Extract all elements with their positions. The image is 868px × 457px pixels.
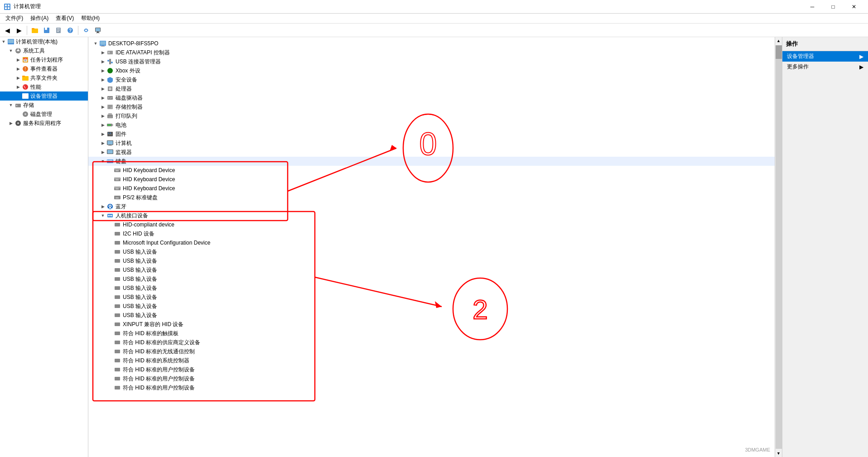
device-syscontroller[interactable]: 符合 HID 标准的系统控制器 [88,356,775,365]
device-xbox[interactable]: ▶ Xbox 外设 [88,66,775,75]
device-usb-input-7[interactable]: USB 输入设备 [88,302,775,311]
device-wireless[interactable]: 符合 HID 标准的无线通信控制 [88,347,775,356]
device-ms-input[interactable]: Microsoft Input Configuration Device [88,238,775,247]
usb-input-5-icon [114,284,121,292]
left-tree-sharedfolders[interactable]: ▶ 共享文件夹 [0,73,88,82]
toolbar-btn7[interactable] [81,25,92,36]
usb-input-6-icon [114,293,121,301]
device-hid-compliant[interactable]: HID-compliant device [88,220,775,229]
device-usercontrol-2[interactable]: 符合 HID 标准的用户控制设备 [88,374,775,383]
toolbar-back[interactable]: ◀ [2,25,13,36]
device-usb-input-2[interactable]: USB 输入设备 [88,256,775,265]
toolbar-btn6[interactable]: ? [65,25,76,36]
svg-rect-93 [119,178,120,179]
device-security[interactable]: ▶ 安全设备 [88,75,775,84]
syscontroller-icon [114,357,121,364]
minimize-button[interactable]: ─ [802,0,823,14]
hid-icon [106,212,114,219]
usb-input-3-label: USB 输入设备 [123,266,157,274]
svg-point-30 [23,84,28,90]
device-vendor[interactable]: 符合 HID 标准的供应商定义设备 [88,338,775,347]
menu-view[interactable]: 查看(V) [52,14,77,23]
device-keyboard[interactable]: ▼ 键盘 [88,157,775,166]
device-xinput[interactable]: XINPUT 兼容的 HID 设备 [88,320,775,329]
device-monitor[interactable]: ▶ 监视器 [88,148,775,157]
computer-icon [106,140,114,147]
right-action-more[interactable]: 更多操作 ▶ [782,62,868,72]
storage-icon [14,101,22,109]
close-button[interactable]: ✕ [844,0,864,14]
right-action-devicemanager[interactable]: 设备管理器 ▶ [782,51,868,62]
toolbar-btn4[interactable] [41,25,52,36]
left-tree-devicemanager[interactable]: 设备管理器 [0,91,88,101]
menu-action[interactable]: 操作(A) [27,14,52,23]
device-ps2-kbd[interactable]: PS/2 标准键盘 [88,193,775,202]
menu-help[interactable]: 帮助(H) [77,14,103,23]
scroll-down-btn[interactable]: ▼ [775,450,782,457]
device-storagecontroller[interactable]: ▶ 存储控制器 [88,102,775,111]
device-printqueue[interactable]: ▶ 打印队列 [88,111,775,120]
scrollbar-thumb[interactable] [776,45,782,59]
toolbar-btn5[interactable] [53,25,64,36]
svg-rect-70 [107,141,113,144]
device-bluetooth[interactable]: ▶ 蓝牙 [88,202,775,211]
device-root[interactable]: ▼ DESKTOP-8IFS5PO [88,39,775,48]
device-usb-input-8[interactable]: USB 输入设备 [88,311,775,320]
monitor-label: 监视器 [116,149,132,156]
left-tree-root[interactable]: ▼ 计算机管理(本地) [0,37,88,46]
device-usb-input-3[interactable]: USB 输入设备 [88,265,775,274]
toolbar-btn3[interactable] [29,25,40,36]
svg-rect-65 [107,132,113,136]
device-ide[interactable]: ▶ IDE ATA/ATAPI 控制器 [88,48,775,57]
scroll-up-btn[interactable]: ▲ [775,37,782,44]
device-usercontrol-3[interactable]: 符合 HID 标准的用户控制设备 [88,383,775,392]
svg-rect-119 [115,322,120,326]
expand-hid: ▼ [99,212,106,219]
svg-rect-17 [97,32,99,33]
left-tree-taskscheduler[interactable]: ▶ 📅 任务计划程序 [0,55,88,64]
device-hid-kbd-3[interactable]: HID Keyboard Device [88,184,775,193]
maximize-button[interactable]: □ [823,0,844,14]
device-firmware[interactable]: ▶ 固件 [88,130,775,139]
right-action-more-label: 更多操作 [787,63,809,71]
performance-label: 性能 [30,83,41,91]
left-tree-storage[interactable]: ▼ 存储 [0,101,88,110]
device-hid-kbd-2[interactable]: HID Keyboard Device [88,175,775,184]
expand-cpu: ▶ [99,85,106,92]
device-usb-input-6[interactable]: USB 输入设备 [88,293,775,302]
expand-device-root: ▼ [92,40,99,47]
toolbar-forward[interactable]: ▶ [14,25,24,36]
wireless-icon [114,348,121,355]
device-diskdrives[interactable]: ▶ 磁盘驱动器 [88,93,775,102]
svg-rect-2 [8,5,10,6]
scrollbar-track[interactable] [776,45,782,449]
left-tree-services[interactable]: ▶ 服务和应用程序 [0,119,88,128]
usb-icon [106,58,114,65]
menu-file[interactable]: 文件(F) [2,14,27,23]
left-tree-diskmanagement[interactable]: 磁盘管理 [0,110,88,119]
device-touchpad[interactable]: 符合 HID 标准的触摸板 [88,329,775,338]
device-usb-input-5[interactable]: USB 输入设备 [88,284,775,293]
svg-rect-99 [119,187,120,188]
services-icon [14,120,22,127]
device-cpu[interactable]: ▶ 处理器 [88,84,775,93]
device-usb-input-1[interactable]: USB 输入设备 [88,247,775,256]
left-tree-systemtools[interactable]: ▼ 系统工具 [0,46,88,55]
toolbar-btn8[interactable] [92,25,103,36]
device-usercontrol-1[interactable]: 符合 HID 标准的用户控制设备 [88,365,775,374]
sharedfolders-icon [22,74,29,82]
device-hid-kbd-1[interactable]: HID Keyboard Device [88,166,775,175]
device-hid[interactable]: ▼ 人机接口设备 [88,211,775,220]
svg-rect-118 [115,313,120,317]
device-usb-input-4[interactable]: USB 输入设备 [88,274,775,284]
device-root-label: DESKTOP-8IFS5PO [108,40,158,47]
device-battery[interactable]: ▶ 电池 [88,120,775,130]
device-usb[interactable]: ▶ USB 连接器管理器 [88,57,775,66]
device-i2c-hid[interactable]: I2C HID 设备 [88,229,775,238]
svg-rect-109 [115,232,120,236]
left-tree-performance[interactable]: ▶ 性能 [0,82,88,91]
svg-text:📅: 📅 [23,58,28,62]
device-computer[interactable]: ▶ 计算机 [88,139,775,148]
storagecontroller-icon [106,103,114,111]
left-tree-eventviewer[interactable]: ▶ ! 事件查看器 [0,64,88,73]
